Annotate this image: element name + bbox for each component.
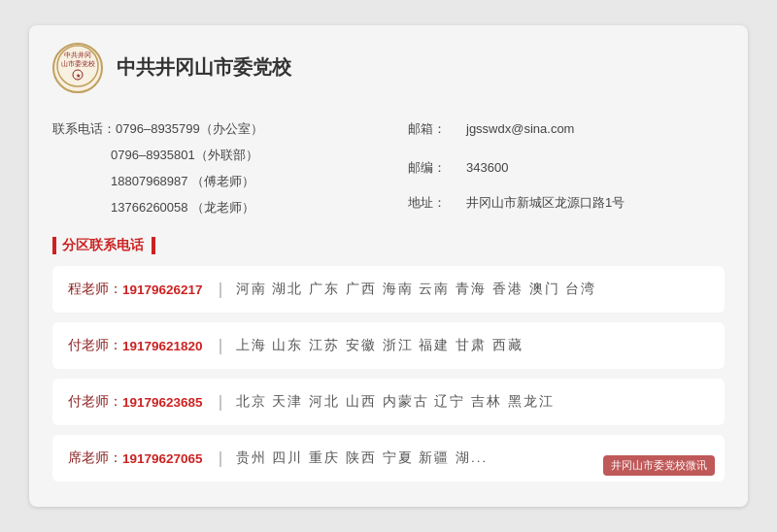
contact-regions-1: 河南 湖北 广东 广西 海南 云南 青海 香港 澳门 台湾 <box>236 281 597 298</box>
section-divider: 分区联系电话 <box>52 237 725 254</box>
postcode-row: 邮编： 343600 <box>408 157 725 179</box>
info-right: 邮箱： jgsswdx@sina.com 邮编： 343600 地址： 井冈山市… <box>388 118 725 223</box>
org-name: 中共井冈山市委党校 <box>117 54 291 81</box>
contact-phone-3[interactable]: 19179623685 <box>122 395 203 410</box>
watermark-badge: 井冈山市委党校微讯 <box>603 455 715 476</box>
phone-value-4: 13766260058 （龙老师） <box>111 197 254 218</box>
phone-value-2: 0796–8935801（外联部） <box>111 145 258 166</box>
email-label: 邮箱： <box>408 118 466 140</box>
phone-value-3: 18807968987 （傅老师） <box>111 171 254 192</box>
postcode-label: 邮编： <box>408 157 466 179</box>
phone-label-2 <box>52 145 111 166</box>
contact-sep-1: ｜ <box>213 280 228 300</box>
info-left: 联系电话： 0796–8935799（办公室） 0796–8935801（外联部… <box>52 118 388 223</box>
phone-row-2: 0796–8935801（外联部） <box>52 145 369 166</box>
contact-phone-4[interactable]: 19179627065 <box>122 451 203 466</box>
contact-regions-2: 上海 山东 江苏 安徽 浙江 福建 甘肃 西藏 <box>236 337 524 354</box>
contact-name-1: 程老师： <box>68 281 122 298</box>
contact-name-3: 付老师： <box>68 393 122 411</box>
logo-text: 中共井冈 山市委党校 ★ <box>55 44 100 91</box>
contact-row-1: 程老师： 19179626217 ｜ 河南 湖北 广东 广西 海南 云南 青海 … <box>52 266 725 313</box>
address-label: 地址： <box>408 192 466 214</box>
contact-phone-1[interactable]: 19179626217 <box>122 283 203 297</box>
main-card: 中共井冈 山市委党校 ★ 中共井冈山市委党校 联系电话： 0796–893579… <box>29 25 748 507</box>
address-value: 井冈山市新城区龙源口路1号 <box>466 192 625 214</box>
phone-row-3: 18807968987 （傅老师） <box>52 171 369 192</box>
contact-row-2: 付老师： 19179621820 ｜ 上海 山东 江苏 安徽 浙江 福建 甘肃 … <box>52 322 725 369</box>
contact-row-4-container: 席老师： 19179627065 ｜ 贵州 四川 重庆 陕西 宁夏 新疆 湖..… <box>52 435 725 482</box>
contact-name-2: 付老师： <box>68 337 122 354</box>
phone-row-1: 联系电话： 0796–8935799（办公室） <box>52 118 369 140</box>
contact-regions-3: 北京 天津 河北 山西 内蒙古 辽宁 吉林 黑龙江 <box>236 393 555 411</box>
svg-text:山市委党校: 山市委党校 <box>61 60 95 68</box>
info-grid: 联系电话： 0796–8935799（办公室） 0796–8935801（外联部… <box>52 118 725 223</box>
svg-text:★: ★ <box>76 73 81 79</box>
phone-row-4: 13766260058 （龙老师） <box>52 197 369 218</box>
phone-label-3 <box>52 171 111 192</box>
contact-phone-2[interactable]: 19179621820 <box>122 339 203 353</box>
logo: 中共井冈 山市委党校 ★ <box>52 43 103 93</box>
spacer-row-2 <box>408 183 725 187</box>
contact-sep-2: ｜ <box>213 336 228 356</box>
svg-text:中共井冈: 中共井冈 <box>64 51 91 59</box>
postcode-value: 343600 <box>466 157 508 179</box>
phone-value-1: 0796–8935799（办公室） <box>116 118 263 140</box>
divider-right <box>152 237 155 254</box>
header: 中共井冈 山市委党校 ★ 中共井冈山市委党校 <box>52 43 725 103</box>
phone-label: 联系电话： <box>52 118 116 140</box>
divider-left <box>52 237 56 254</box>
contact-row-3: 付老师： 19179623685 ｜ 北京 天津 河北 山西 内蒙古 辽宁 吉林… <box>52 379 725 425</box>
address-row: 地址： 井冈山市新城区龙源口路1号 <box>408 192 725 214</box>
contact-sep-4: ｜ <box>213 449 228 469</box>
email-row: 邮箱： jgsswdx@sina.com <box>408 118 725 140</box>
contact-regions-4: 贵州 四川 重庆 陕西 宁夏 新疆 湖... <box>236 449 489 467</box>
phone-label-4 <box>52 197 111 218</box>
contact-sep-3: ｜ <box>213 392 228 413</box>
spacer-row <box>408 145 725 152</box>
email-value: jgsswdx@sina.com <box>466 118 574 140</box>
section-title: 分区联系电话 <box>62 237 144 254</box>
contact-name-4: 席老师： <box>68 449 122 467</box>
